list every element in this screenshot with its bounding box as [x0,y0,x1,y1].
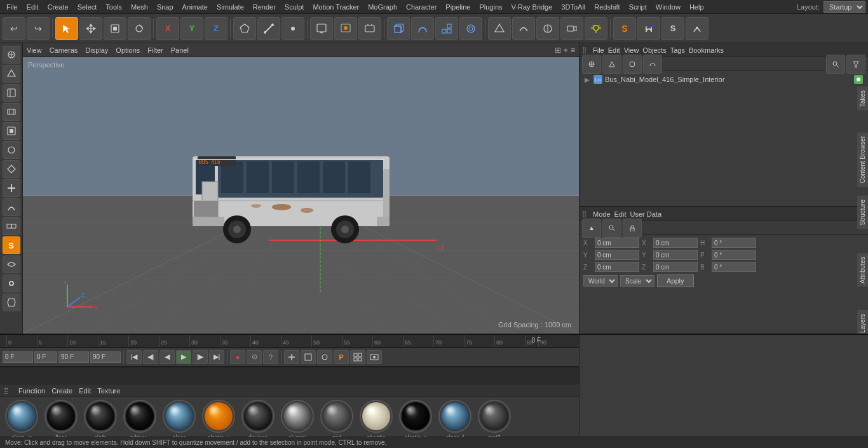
obj-bar-view[interactable]: View [624,46,639,54]
move-key-button[interactable] [284,350,299,364]
attr-tool-lock[interactable] [623,219,642,238]
tool-s[interactable]: S [613,17,636,40]
vp-menu-panel[interactable]: Panel [171,46,189,54]
menu-tools[interactable]: Tools [102,2,126,12]
sidebar-btn-12[interactable] [3,255,20,273]
key-btn-p[interactable]: P [334,350,349,364]
rotate-key-button[interactable] [317,350,332,364]
camera-button[interactable] [560,17,583,40]
obj-bar-tags[interactable]: Tags [670,46,685,54]
step-back-button[interactable]: ◀| [143,350,158,364]
array-button[interactable] [435,17,458,40]
vp-menu-cameras[interactable]: Cameras [50,46,78,54]
current-frame-input[interactable] [3,351,33,363]
obj-tool-1[interactable] [582,55,601,74]
sidebar-btn-5[interactable] [3,122,20,140]
spline-button[interactable] [512,17,535,40]
axis-z-button[interactable]: Z [205,17,227,40]
light-button[interactable] [585,17,607,40]
material-item-3[interactable]: rubber_ [121,400,159,440]
menu-mesh[interactable]: Mesh [127,2,152,12]
menu-select[interactable]: Select [74,2,101,12]
sidebar-btn-3[interactable] [3,84,20,102]
sidebar-btn-10[interactable] [3,217,20,235]
y2-pos-input[interactable] [653,250,698,260]
menu-simulate[interactable]: Simulate [213,2,248,12]
material-item-6[interactable]: devices [239,400,277,440]
menu-script[interactable]: Script [625,2,651,12]
material-item-1[interactable]: floor [42,400,80,440]
bezier-button[interactable] [411,17,434,40]
obj-filter-button[interactable] [846,55,865,74]
go-to-end-button[interactable]: ▶| [209,350,224,364]
b-input[interactable] [712,262,756,272]
menu-snap[interactable]: Snap [153,2,177,12]
obj-tool-4[interactable] [643,55,662,74]
tool-snap[interactable]: S [661,17,684,40]
menu-redshift[interactable]: Redshift [590,2,623,12]
y-pos-input[interactable] [595,250,639,260]
auto-key-button[interactable]: ⊙ [247,350,262,364]
obj-search-button[interactable] [826,55,845,74]
sidebar-btn-11-orange[interactable]: S [3,236,20,254]
menu-character[interactable]: Character [402,2,440,12]
render-to-picture-button[interactable] [358,17,381,40]
vp-icon-lock[interactable]: ⊞ [555,46,561,55]
sidebar-btn-13[interactable] [3,275,20,292]
obj-visibility-tag[interactable] [854,75,863,84]
render-anim-button[interactable] [367,350,382,364]
menu-file[interactable]: File [3,2,22,12]
key-btn-grid[interactable] [350,350,365,364]
vp-menu-display[interactable]: Display [85,46,108,54]
material-item-10[interactable]: plastic_c [397,400,435,440]
axis-y-button[interactable]: Y [180,17,203,40]
render-region-button[interactable] [310,17,333,40]
menu-plugins[interactable]: Plugins [475,2,506,12]
step-forward-button[interactable]: |▶ [193,350,208,364]
redo-button[interactable]: ↪ [27,17,50,40]
p-input[interactable] [712,250,756,260]
end-frame-input[interactable] [58,351,89,363]
attr-bar-mode[interactable]: Mode [593,210,611,218]
menu-edit[interactable]: Edit [23,2,43,12]
help-button[interactable]: ? [263,350,278,364]
obj-tool-3[interactable] [623,55,642,74]
tool-sculpt2[interactable] [686,17,709,40]
obj-bar-bookmarks[interactable]: Bookmarks [689,46,724,54]
sidebar-btn-14[interactable] [3,294,20,311]
mat-menu-texture[interactable]: Texture [97,387,120,395]
move-tool-button[interactable] [79,17,102,40]
mat-menu-edit[interactable]: Edit [79,387,91,395]
sidebar-btn-4[interactable] [3,103,20,121]
menu-pipeline[interactable]: Pipeline [442,2,474,12]
layout-select[interactable]: Startup [824,1,865,13]
material-item-11[interactable]: glass_f [436,400,474,440]
obj-bar-file[interactable]: File [593,46,604,54]
play-reverse-button[interactable]: ◀ [159,350,175,364]
attr-bar-userdata[interactable]: User Data [630,210,662,218]
attr-tool-1[interactable]: ▲ [582,219,601,238]
menu-animate[interactable]: Animate [179,2,212,12]
obj-bar-objects[interactable]: Objects [642,46,666,54]
rotate-tool-button[interactable] [128,17,151,40]
vp-menu-options[interactable]: Options [116,46,140,54]
material-item-5[interactable]: plastic_y [200,400,238,440]
content-browser-tab[interactable]: Content Browser [857,132,868,187]
material-item-4[interactable]: glass [160,400,198,440]
sidebar-btn-7[interactable] [3,160,20,178]
menu-motion-tracker[interactable]: Motion Tracker [309,2,363,12]
undo-button[interactable]: ↩ [3,17,25,40]
menu-window[interactable]: Window [652,2,684,12]
scale-tool-button[interactable] [104,17,126,40]
edge-tool-button[interactable] [257,17,280,40]
vp-icon-camera[interactable]: ⌖ [564,46,568,55]
h-input[interactable] [712,238,756,248]
world-dropdown[interactable]: World [583,275,618,287]
menu-sculpt[interactable]: Sculpt [281,2,308,12]
obj-tool-2[interactable] [602,55,621,74]
start-frame-input[interactable] [34,351,57,363]
timeline-track[interactable] [0,367,579,384]
scale-dropdown[interactable]: Scale [620,275,654,287]
menu-3dtoall[interactable]: 3DToAll [557,2,589,12]
menu-create[interactable]: Create [44,2,72,12]
